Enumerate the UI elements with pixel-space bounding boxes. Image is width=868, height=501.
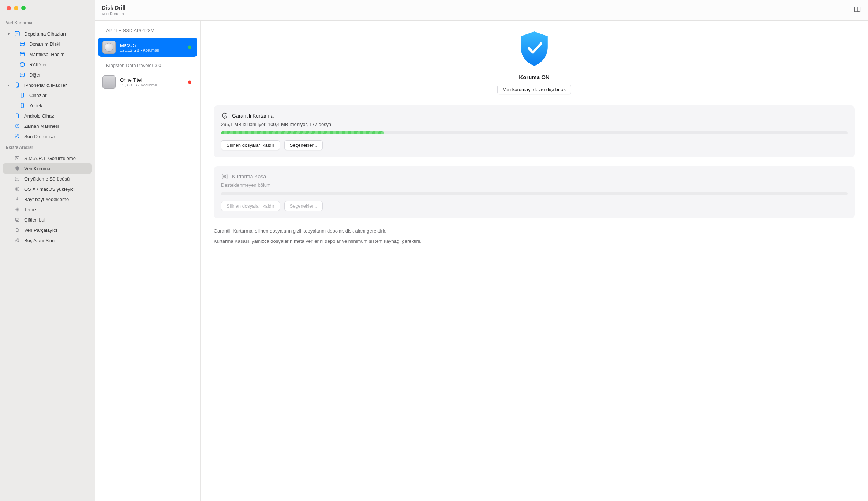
phone-icon	[19, 92, 26, 99]
sparkle-icon	[14, 206, 20, 213]
sidebar-label: Veri Parçalayıcı	[24, 227, 88, 233]
sidebar-item-smart[interactable]: S.M.A.R.T. Görüntüleme	[3, 153, 92, 163]
svg-rect-9	[16, 114, 19, 118]
minimize-window-button[interactable]	[14, 6, 18, 10]
sidebar-label: Cihazlar	[29, 93, 88, 98]
volume-subtitle: 121,02 GB • Korumalı	[120, 48, 159, 52]
sidebar-section-extra: Ekstra Araçlar	[0, 141, 95, 152]
close-window-button[interactable]	[7, 6, 11, 10]
drive-icon	[14, 30, 20, 37]
svg-point-11	[16, 136, 18, 137]
svg-rect-7	[21, 93, 24, 97]
svg-point-1	[20, 42, 25, 44]
fullscreen-window-button[interactable]	[21, 6, 26, 10]
shield-outline-icon	[221, 112, 228, 119]
sidebar-item-raid[interactable]: RAID'ler	[3, 59, 92, 70]
sidebar-item-boot-drive[interactable]: Önyükleme Sürücüsü	[3, 174, 92, 184]
sidebar-item-logical-volume[interactable]: Mantıksal Hacim	[3, 49, 92, 59]
volume-name: MacOS	[120, 42, 159, 48]
card-title: Garantili Kurtarma	[232, 113, 274, 119]
sidebar-item-byte-backup[interactable]: Bayt-bayt Yedekleme	[3, 194, 92, 204]
progress-fill	[221, 131, 384, 134]
content-area: Disk Drill Veri Koruma APPLE SSD AP0128M…	[95, 0, 868, 501]
sidebar-item-cleanup[interactable]: Temizle	[3, 204, 92, 215]
sidebar-label: iPhone'lar & iPad'ler	[24, 82, 88, 88]
card-subtitle: Desteklenmeyen bölüm	[221, 182, 848, 188]
sidebar-label: Veri Koruma	[24, 166, 88, 171]
shield-check-icon	[517, 30, 551, 67]
volume-texts: Ohne Titel 15,39 GB • Korunmu…	[120, 77, 161, 87]
drive-icon	[19, 61, 26, 68]
sidebar-item-storage-devices[interactable]: ▾ Depolama Cihazları	[3, 29, 92, 39]
sidebar-item-macos-installer[interactable]: OS X / macOS yükleyici	[3, 184, 92, 194]
info-text-guaranteed: Garantili Kurtarma, silinen dosyaların g…	[214, 227, 855, 235]
shield-icon	[14, 165, 20, 172]
svg-point-3	[20, 63, 25, 64]
sidebar-item-erase-free-space[interactable]: Boş Alanı Silin	[3, 235, 92, 245]
sidebar: Veri Kurtarma ▾ Depolama Cihazları Donan…	[0, 0, 95, 501]
protection-hero: Koruma ON Veri korumayı devre dışı bırak	[214, 30, 855, 94]
status-dot-unprotected-icon	[188, 81, 191, 84]
sidebar-item-find-duplicates[interactable]: Çiftleri bul	[3, 215, 92, 225]
svg-point-2	[20, 52, 25, 54]
sidebar-label: Temizle	[24, 207, 88, 212]
disable-protection-button[interactable]: Veri korumayı devre dışı bırak	[497, 85, 572, 94]
sidebar-item-hardware-disk[interactable]: Donanım Diski	[3, 39, 92, 49]
volume-texts: MacOS 121,02 GB • Korumalı	[120, 42, 159, 52]
clock-icon	[14, 123, 20, 129]
progress-bar-disabled	[221, 192, 848, 195]
info-text-vault: Kurtarma Kasası, yalnızca dosyaların met…	[214, 237, 855, 245]
window-controls	[0, 6, 95, 17]
sidebar-label: Donanım Diski	[29, 41, 88, 47]
help-button[interactable]	[853, 5, 861, 15]
svg-rect-8	[21, 103, 24, 108]
phone-icon	[14, 112, 20, 119]
volume-list: APPLE SSD AP0128M MacOS 121,02 GB • Koru…	[95, 21, 201, 501]
remove-deleted-files-button-disabled: Silinen dosyaları kaldır	[221, 201, 280, 211]
svg-point-0	[15, 31, 19, 33]
app-subtitle: Veri Koruma	[102, 11, 126, 16]
target-icon	[221, 173, 228, 180]
sidebar-item-timemachine[interactable]: Zaman Makinesi	[3, 121, 92, 131]
sidebar-label: Boş Alanı Silin	[24, 238, 88, 243]
phone-icon	[14, 82, 20, 88]
trash-icon	[14, 227, 20, 233]
recovery-vault-card: Kurtarma Kasa Desteklenmeyen bölüm Silin…	[214, 166, 855, 218]
sidebar-label: RAID'ler	[29, 62, 88, 67]
sidebar-item-ios-backup[interactable]: Yedek	[3, 100, 92, 111]
options-button[interactable]: Seçenekler...	[284, 140, 323, 150]
sidebar-label: Android Cihaz	[24, 113, 88, 119]
sidebar-item-ios-devices[interactable]: ▾ iPhone'lar & iPad'ler	[3, 80, 92, 90]
volume-item-macos[interactable]: MacOS 121,02 GB • Korumalı	[98, 38, 197, 57]
card-subtitle: 296,1 MB kullanılıyor, 100,4 MB izleniyo…	[221, 122, 848, 127]
remove-deleted-files-button[interactable]: Silinen dosyaları kaldır	[221, 140, 280, 150]
chevron-down-icon: ▾	[7, 32, 10, 36]
sidebar-item-data-shredder[interactable]: Veri Parçalayıcı	[3, 225, 92, 235]
sidebar-label: Diğer	[29, 72, 88, 78]
status-dot-protected-icon	[188, 46, 191, 49]
drive-icon	[19, 41, 26, 47]
volume-subtitle: 15,39 GB • Korunmu…	[120, 83, 161, 87]
sidebar-label: Zaman Makinesi	[24, 123, 88, 129]
volume-icon	[102, 41, 116, 54]
x-circle-icon	[14, 186, 20, 192]
volume-icon	[102, 75, 116, 89]
protection-status-label: Koruma ON	[519, 74, 549, 80]
sidebar-item-ios-devices-list[interactable]: Cihazlar	[3, 90, 92, 100]
sidebar-item-android[interactable]: Android Cihaz	[3, 111, 92, 121]
chevron-down-icon: ▾	[7, 83, 10, 87]
sidebar-label: Depolama Cihazları	[24, 31, 88, 37]
sidebar-section-recovery: Veri Kurtarma	[0, 17, 95, 27]
sidebar-item-other[interactable]: Diğer	[3, 70, 92, 80]
options-button-disabled: Seçenekler...	[284, 201, 323, 211]
sidebar-label: Son Oturumlar	[24, 134, 88, 139]
sidebar-item-data-protection[interactable]: Veri Koruma	[3, 163, 92, 174]
title-block: Disk Drill Veri Koruma	[102, 4, 126, 16]
progress-bar	[221, 131, 848, 134]
svg-point-4	[20, 73, 25, 74]
sidebar-label: OS X / macOS yükleyici	[24, 186, 88, 192]
sidebar-item-sessions[interactable]: Son Oturumlar	[3, 131, 92, 141]
titlebar: Disk Drill Veri Koruma	[95, 0, 868, 21]
volume-item-ohne-titel[interactable]: Ohne Titel 15,39 GB • Korunmu…	[98, 73, 197, 92]
card-title: Kurtarma Kasa	[232, 174, 266, 179]
